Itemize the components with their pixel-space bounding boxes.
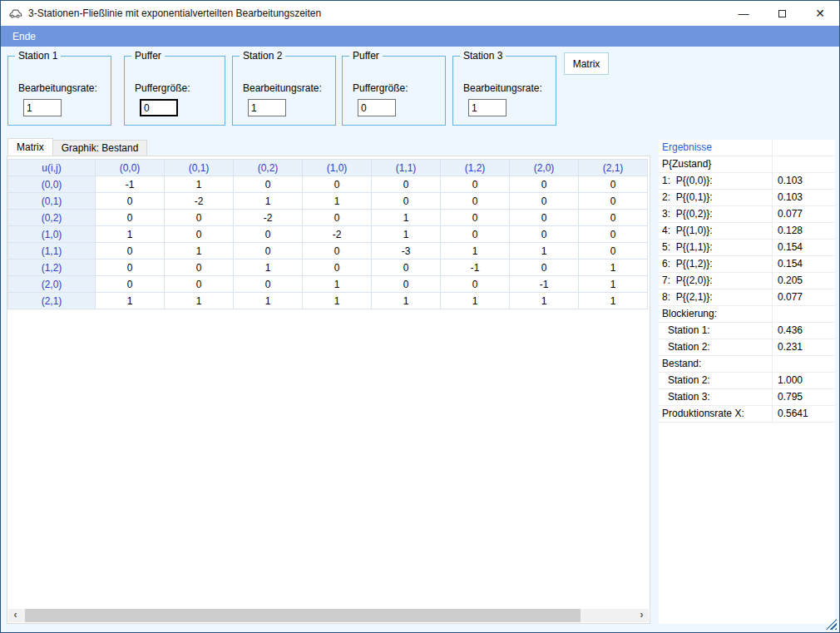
matrix-cell[interactable]: 1 bbox=[579, 276, 648, 293]
matrix-cell[interactable]: 0 bbox=[165, 276, 234, 293]
matrix-cell[interactable]: 1 bbox=[303, 276, 372, 293]
matrix-cell[interactable]: 0 bbox=[234, 243, 303, 260]
matrix-cell[interactable]: 1 bbox=[234, 193, 303, 210]
matrix-cell[interactable]: 1 bbox=[510, 293, 579, 309]
matrix-cell[interactable]: 0 bbox=[96, 243, 165, 260]
matrix-cell[interactable]: 1 bbox=[165, 293, 234, 309]
matrix-cell[interactable]: -1 bbox=[510, 276, 579, 293]
matrix-row-header: (2,1) bbox=[8, 293, 96, 309]
matrix-cell[interactable]: 0 bbox=[510, 226, 579, 243]
scroll-right-arrow-icon[interactable]: › bbox=[635, 609, 649, 622]
matrix-cell[interactable]: 0 bbox=[441, 226, 510, 243]
matrix-cell[interactable]: 0 bbox=[165, 226, 234, 243]
value-input[interactable] bbox=[248, 99, 286, 116]
value-input[interactable] bbox=[468, 99, 506, 116]
matrix-cell[interactable]: 1 bbox=[372, 293, 441, 309]
horizontal-scrollbar[interactable]: ‹ › bbox=[8, 609, 649, 622]
maximize-button[interactable] bbox=[763, 1, 801, 26]
matrix-cell[interactable]: 0 bbox=[441, 193, 510, 210]
value-input[interactable] bbox=[140, 99, 178, 116]
matrix-cell[interactable]: -2 bbox=[165, 193, 234, 210]
tab-strip: MatrixGraphik: Bestand bbox=[7, 138, 146, 156]
matrix-cell[interactable]: 1 bbox=[579, 293, 648, 309]
matrix-cell[interactable]: 0 bbox=[579, 176, 648, 193]
matrix-cell[interactable]: 0 bbox=[372, 176, 441, 193]
matrix-cell[interactable]: 0 bbox=[579, 243, 648, 260]
results-value: 0.205 bbox=[772, 273, 835, 289]
matrix-cell[interactable]: 0 bbox=[441, 210, 510, 226]
matrix-cell[interactable]: 1 bbox=[441, 243, 510, 260]
matrix-cell[interactable]: 0 bbox=[441, 276, 510, 293]
window-title: 3-Stationen-Fließlinie mit exponentialve… bbox=[28, 7, 321, 19]
matrix-cell[interactable]: 0 bbox=[372, 193, 441, 210]
value-input[interactable] bbox=[358, 99, 396, 116]
minimize-button[interactable]: — bbox=[724, 1, 763, 26]
matrix-cell[interactable]: 0 bbox=[441, 176, 510, 193]
matrix-cell[interactable]: 0 bbox=[579, 210, 648, 226]
rate-label: Bearbeitungsrate: bbox=[463, 82, 542, 94]
matrix-cell[interactable]: 1 bbox=[303, 193, 372, 210]
matrix-row-header: (0,0) bbox=[8, 176, 96, 193]
matrix-cell[interactable]: 0 bbox=[96, 276, 165, 293]
close-button[interactable]: ✕ bbox=[801, 1, 839, 26]
matrix-column-header: (1,1) bbox=[372, 160, 441, 176]
matrix-cell[interactable]: 0 bbox=[165, 260, 234, 276]
results-row: 1: P{(0,0)}:0.103 bbox=[659, 173, 835, 190]
matrix-cell[interactable]: 0 bbox=[303, 243, 372, 260]
matrix-cell[interactable]: 1 bbox=[234, 260, 303, 276]
matrix-column-header: (0,0) bbox=[96, 160, 165, 176]
matrix-cell[interactable]: 1 bbox=[165, 243, 234, 260]
matrix-cell[interactable]: 0 bbox=[96, 193, 165, 210]
value-input[interactable] bbox=[23, 99, 62, 116]
matrix-cell[interactable]: 1 bbox=[372, 226, 441, 243]
matrix-cell[interactable]: 0 bbox=[96, 210, 165, 226]
scroll-left-arrow-icon[interactable]: ‹ bbox=[8, 609, 22, 622]
menu-item-ende[interactable]: Ende bbox=[5, 26, 43, 47]
matrix-button[interactable]: Matrix bbox=[564, 52, 609, 75]
matrix-cell[interactable]: 0 bbox=[96, 260, 165, 276]
matrix-cell[interactable]: 1 bbox=[372, 210, 441, 226]
matrix-cell[interactable]: 0 bbox=[372, 260, 441, 276]
matrix-cell[interactable]: 0 bbox=[165, 210, 234, 226]
results-value: 0.077 bbox=[772, 289, 835, 305]
results-value: 0.128 bbox=[772, 223, 835, 239]
matrix-cell[interactable]: -1 bbox=[96, 176, 165, 193]
matrix-cell[interactable]: 1 bbox=[579, 260, 648, 276]
matrix-cell[interactable]: 1 bbox=[96, 293, 165, 309]
matrix-cell[interactable]: 0 bbox=[579, 226, 648, 243]
matrix-cell[interactable]: 0 bbox=[234, 176, 303, 193]
matrix-cell[interactable]: 0 bbox=[372, 276, 441, 293]
matrix-cell[interactable]: 0 bbox=[303, 260, 372, 276]
matrix-cell[interactable]: -3 bbox=[372, 243, 441, 260]
matrix-cell[interactable]: 1 bbox=[441, 293, 510, 309]
matrix-cell[interactable]: 0 bbox=[303, 176, 372, 193]
results-label: 7: P{(2,0)}: bbox=[659, 273, 772, 289]
matrix-cell[interactable]: 0 bbox=[510, 210, 579, 226]
results-row: Station 2:1.000 bbox=[659, 373, 835, 389]
matrix-cell[interactable]: 0 bbox=[510, 260, 579, 276]
matrix-cell[interactable]: 1 bbox=[234, 293, 303, 309]
matrix-cell[interactable]: -2 bbox=[234, 210, 303, 226]
results-value bbox=[772, 140, 835, 156]
results-value: 0.154 bbox=[772, 256, 835, 272]
matrix-cell[interactable]: 0 bbox=[234, 276, 303, 293]
matrix-cell[interactable]: 1 bbox=[303, 293, 372, 309]
results-label: 3: P{(0,2)}: bbox=[659, 206, 772, 222]
matrix-cell[interactable]: -1 bbox=[441, 260, 510, 276]
tab-graphik-bestand[interactable]: Graphik: Bestand bbox=[52, 140, 148, 156]
scrollbar-thumb[interactable] bbox=[25, 609, 581, 622]
matrix-row-header: (1,2) bbox=[8, 260, 96, 276]
matrix-cell[interactable]: 1 bbox=[96, 226, 165, 243]
results-row: 8: P{(2,1)}:0.077 bbox=[659, 289, 835, 306]
matrix-cell[interactable]: 0 bbox=[510, 193, 579, 210]
matrix-cell[interactable]: 0 bbox=[303, 210, 372, 226]
matrix-cell[interactable]: 0 bbox=[579, 193, 648, 210]
matrix-cell[interactable]: -2 bbox=[303, 226, 372, 243]
tab-matrix[interactable]: Matrix bbox=[7, 138, 53, 156]
matrix-cell[interactable]: 1 bbox=[510, 243, 579, 260]
matrix-cell[interactable]: 0 bbox=[510, 176, 579, 193]
results-row: 5: P{(1,1)}:0.154 bbox=[659, 240, 835, 256]
matrix-cell[interactable]: 0 bbox=[234, 226, 303, 243]
matrix-cell[interactable]: 1 bbox=[165, 176, 234, 193]
matrix-column-header: (2,0) bbox=[510, 160, 579, 176]
